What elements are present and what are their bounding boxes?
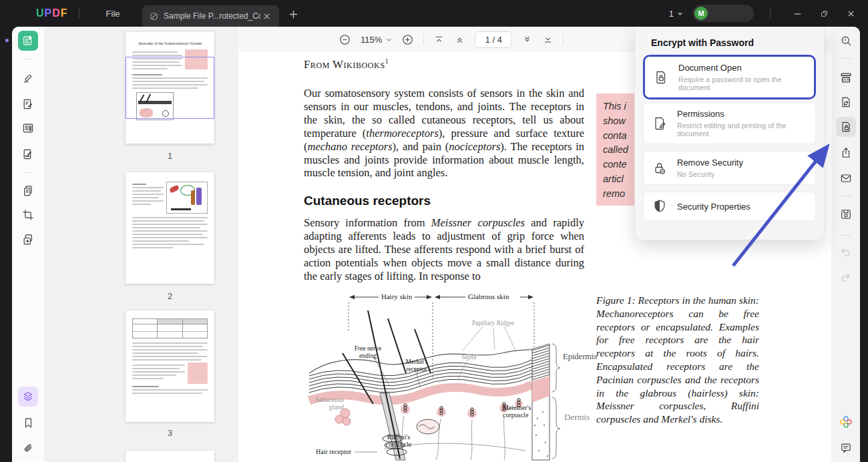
- organize-pages-icon[interactable]: [18, 118, 38, 138]
- zoom-level-select[interactable]: 115%: [361, 35, 392, 45]
- page-thumbnail-1[interactable]: Anatomy of the Somatosensory System: [126, 32, 214, 144]
- first-page-icon[interactable]: [433, 34, 445, 45]
- tab-file-icon: [149, 11, 159, 21]
- figure-label-septa: Septa: [461, 353, 476, 361]
- lock-remove-icon: [652, 160, 668, 176]
- page-thumbnail-3[interactable]: [126, 310, 214, 422]
- security-properties-option[interactable]: Security Properties: [643, 192, 816, 221]
- thumb-figure: [166, 182, 208, 214]
- figure-caption: Figure 1: Receptors in the human skin: M…: [596, 294, 759, 443]
- encrypt-panel: Encrypt with Password Document Open Requ…: [634, 27, 825, 240]
- new-tab-button[interactable]: [286, 7, 300, 21]
- chevron-down-icon: [386, 37, 392, 43]
- thumbnail-viewport-indicator[interactable]: [126, 57, 214, 119]
- protect-document-icon[interactable]: [836, 117, 856, 137]
- zoom-out-icon[interactable]: [339, 33, 351, 46]
- tab-title: Sample File P...rotected_Copy: [164, 11, 260, 21]
- email-icon[interactable]: [836, 168, 856, 188]
- thumb-table: [132, 318, 208, 338]
- share-icon[interactable]: [836, 143, 856, 163]
- figure-label-ruffinis-corpuscle: Ruffini's corpuscle: [380, 433, 417, 448]
- logo-letter: P: [45, 7, 53, 19]
- figure-label-papillary-ridges: Papillary Ridges: [472, 320, 514, 327]
- thumb-page-number: 1: [126, 151, 214, 161]
- document-lock-icon: [653, 69, 669, 85]
- document-open-option[interactable]: Document Open Require a password to open…: [645, 57, 814, 97]
- figure-label-meissners-corpuscle: Meissner's corpuscle: [503, 404, 541, 419]
- reader-mode-icon[interactable]: [18, 31, 38, 51]
- restore-button[interactable]: [813, 4, 835, 23]
- attachment-panel-icon[interactable]: [18, 438, 38, 458]
- figure-label-glabrous-skin: Glabrous skin: [468, 293, 509, 300]
- document-source-line: From Wikibooks1: [304, 57, 389, 71]
- previous-page-icon[interactable]: [454, 34, 465, 45]
- page-count-value: 1: [669, 9, 674, 19]
- extract-pages-icon[interactable]: [18, 230, 38, 250]
- save-icon[interactable]: [836, 204, 856, 224]
- next-page-icon[interactable]: [521, 34, 533, 45]
- toolbar-divider: [563, 34, 564, 45]
- avatar: M: [694, 7, 708, 20]
- last-page-icon[interactable]: [542, 34, 554, 45]
- thumbnail-panel: Anatomy of the Somatosensory System: [44, 27, 238, 462]
- option-description: No Security: [677, 170, 743, 178]
- thumbnails-panel-icon[interactable]: [18, 387, 38, 407]
- zoom-in-icon[interactable]: [401, 33, 414, 46]
- updf-logo[interactable]: UPDF: [36, 7, 68, 19]
- figure-label-free-nerve-ending: Free nerve ending: [351, 345, 385, 360]
- rail-divider: [23, 172, 33, 173]
- rail-divider: [23, 59, 33, 59]
- option-label: Remove Security: [677, 158, 743, 168]
- left-toolbar: [12, 27, 44, 462]
- figure-label-hairy-skin: Hairy skin: [381, 293, 412, 300]
- option-label: Document Open: [678, 63, 806, 73]
- right-toolbar: OCR: [831, 27, 860, 462]
- paragraph: Sensory information from Meissner corpus…: [304, 216, 584, 284]
- tab-close-icon[interactable]: [260, 10, 272, 22]
- search-icon[interactable]: [836, 31, 856, 51]
- page-thumbnail-4[interactable]: [126, 451, 214, 462]
- updf-ai-icon[interactable]: [836, 412, 856, 432]
- comment-tool-icon[interactable]: [18, 68, 38, 88]
- logo-letter: D: [52, 7, 61, 19]
- document-tab[interactable]: Sample File P...rotected_Copy: [142, 5, 279, 27]
- toolbar-divider: [423, 34, 424, 45]
- page-count-indicator[interactable]: 1: [665, 6, 687, 21]
- selection-highlight: Document Open Require a password to open…: [643, 55, 816, 99]
- option-label: Security Properties: [677, 202, 750, 212]
- ocr-icon-label: OCR: [843, 78, 849, 81]
- minimize-button[interactable]: [787, 4, 808, 23]
- shield-icon: [652, 198, 668, 214]
- skin-diagram: [304, 292, 591, 462]
- menu-file[interactable]: File: [97, 5, 130, 23]
- figure-1: Hairy skin Glabrous skin Papillary Ridge…: [304, 292, 591, 462]
- feedback-icon[interactable]: [836, 438, 856, 458]
- page-number-input[interactable]: 1 / 4: [475, 31, 512, 48]
- remove-security-option[interactable]: Remove Security No Security: [643, 151, 816, 185]
- titlebar: UPDF File Help Sample File P...rotected_…: [0, 0, 868, 27]
- option-description: Require a password to open the document: [678, 75, 806, 91]
- logo-letter: U: [36, 7, 45, 19]
- account-button[interactable]: M: [692, 5, 754, 22]
- figure-label-hair-receptor: Hair receptor: [316, 448, 351, 455]
- permissions-option[interactable]: Permissions Restrict editing and printin…: [643, 102, 816, 144]
- convert-document-icon[interactable]: [836, 92, 856, 112]
- ocr-icon[interactable]: OCR: [836, 67, 856, 87]
- titlebar-divider: [770, 9, 771, 18]
- fill-sign-icon[interactable]: [18, 144, 38, 164]
- crop-pages-icon[interactable]: [18, 205, 38, 225]
- main-area: Anatomy of the Somatosensory System: [12, 27, 860, 462]
- figure-label-epidermis: Epidermis: [563, 353, 597, 361]
- undo-icon[interactable]: [836, 242, 856, 262]
- redo-icon[interactable]: [836, 267, 856, 287]
- edit-pdf-icon[interactable]: [18, 94, 38, 114]
- figure-label-merkels-receptor: Merkel's receptor: [401, 359, 432, 373]
- paragraph: Our somatosensory system consists of sen…: [304, 87, 584, 181]
- rail-divider: [841, 58, 851, 59]
- thumb-highlight-block: [188, 363, 208, 384]
- close-button[interactable]: [840, 4, 861, 23]
- logo-letter: F: [61, 7, 68, 19]
- page-copy-icon[interactable]: [18, 181, 38, 201]
- bookmark-panel-icon[interactable]: [18, 413, 38, 433]
- page-thumbnail-2[interactable]: [126, 172, 214, 284]
